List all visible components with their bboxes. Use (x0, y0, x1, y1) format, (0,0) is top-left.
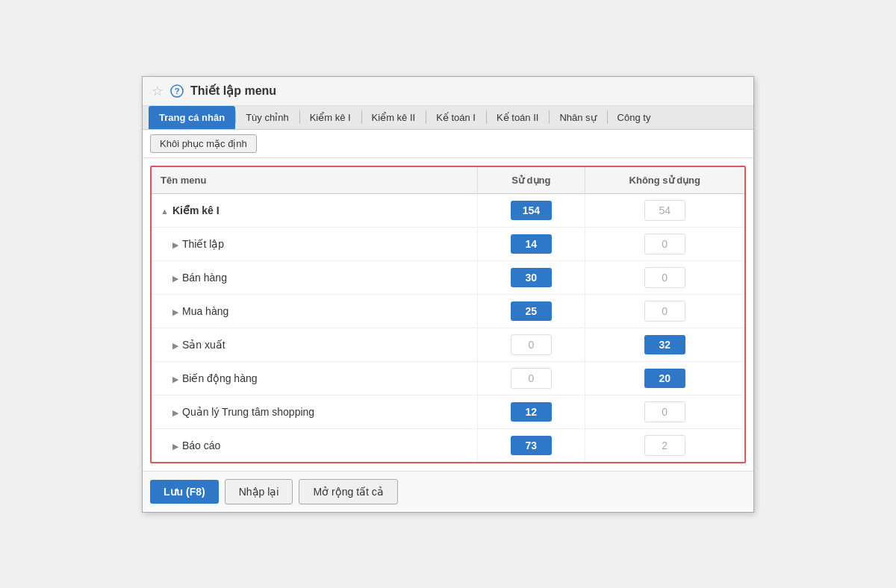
cell-nouse[interactable]: 32 (585, 328, 744, 361)
cell-use[interactable]: 0 (478, 328, 585, 361)
tabs-bar: Trang cá nhân Tùy chỉnh Kiểm kê I Kiểm k… (143, 106, 753, 130)
cell-use[interactable]: 14 (478, 227, 585, 260)
reset-button[interactable]: Nhập lại (225, 479, 293, 504)
col-nouse: Không sử dụng (585, 167, 744, 194)
table-row: ▶Quản lý Trung tâm shopping120 (152, 395, 744, 428)
table-row: ▶Biến động hàng020 (152, 361, 744, 395)
tab-kiem-ke-i[interactable]: Kiểm kê I (299, 106, 361, 129)
cell-nouse[interactable]: 54 (585, 193, 744, 227)
col-menu-name: Tên menu (152, 167, 478, 194)
cell-use[interactable]: 30 (478, 260, 585, 294)
table-body: ▲Kiểm kê I15454▶Thiết lập140▶Bán hàng300… (152, 193, 744, 462)
toolbar: Khôi phục mặc định (143, 130, 753, 158)
cell-name: ▲Kiểm kê I (152, 193, 478, 227)
cell-name: ▶Thiết lập (152, 227, 478, 260)
table-row: ▶Bán hàng300 (152, 260, 744, 294)
cell-use[interactable]: 73 (478, 428, 585, 462)
save-button[interactable]: Lưu (F8) (150, 480, 219, 504)
expand-row-icon[interactable]: ▶ (172, 341, 178, 351)
title-bar: ☆ ? Thiết lập menu (143, 77, 753, 106)
cell-nouse[interactable]: 0 (585, 260, 744, 294)
expand-row-icon[interactable]: ▶ (172, 442, 178, 451)
expand-row-icon[interactable]: ▶ (172, 274, 178, 284)
tab-trang-ca-nhan[interactable]: Trang cá nhân (149, 106, 235, 129)
cell-name: ▶Quản lý Trung tâm shopping (152, 395, 478, 428)
main-content: Tên menu Sử dụng Không sử dụng ▲Kiểm kê … (143, 166, 753, 463)
cell-name: ▶Biến động hàng (152, 361, 478, 395)
cell-name: ▶Báo cáo (152, 428, 478, 462)
col-use: Sử dụng (478, 167, 585, 194)
tab-kiem-ke-ii[interactable]: Kiểm kê II (361, 106, 426, 129)
cell-use[interactable]: 12 (478, 395, 585, 428)
table-header: Tên menu Sử dụng Không sử dụng (152, 167, 744, 194)
star-icon[interactable]: ☆ (152, 83, 164, 99)
cell-nouse[interactable]: 0 (585, 227, 744, 260)
cell-nouse[interactable]: 0 (585, 395, 744, 428)
tab-nhan-su[interactable]: Nhân sự (549, 106, 606, 129)
restore-default-button[interactable]: Khôi phục mặc định (150, 134, 257, 153)
expand-row-icon[interactable]: ▶ (172, 240, 178, 250)
tab-ke-toan-i[interactable]: Kế toán I (426, 106, 486, 129)
cell-use[interactable]: 154 (478, 193, 585, 227)
collapse-icon[interactable]: ▲ (161, 207, 169, 216)
expand-row-icon[interactable]: ▶ (172, 375, 178, 384)
help-icon[interactable]: ? (169, 84, 184, 98)
cell-name: ▶Mua hàng (152, 294, 478, 328)
expand-row-icon[interactable]: ▶ (172, 307, 178, 317)
footer-bar: Lưu (F8) Nhập lại Mở rộng tất cả (143, 471, 753, 512)
table-row: ▶Mua hàng250 (152, 294, 744, 328)
table-row: ▶Sản xuất032 (152, 328, 744, 361)
tab-ke-toan-ii[interactable]: Kế toán II (486, 106, 549, 129)
table-row: ▲Kiểm kê I15454 (152, 193, 744, 227)
cell-nouse[interactable]: 20 (585, 361, 744, 395)
main-window: ☆ ? Thiết lập menu Trang cá nhân Tùy chỉ… (142, 76, 754, 513)
table-wrapper: Tên menu Sử dụng Không sử dụng ▲Kiểm kê … (150, 166, 746, 463)
cell-use[interactable]: 25 (478, 294, 585, 328)
cell-name: ▶Bán hàng (152, 260, 478, 294)
cell-use[interactable]: 0 (478, 361, 585, 395)
window-title: Thiết lập menu (190, 84, 276, 98)
tab-cong-ty[interactable]: Công ty (607, 106, 662, 129)
menu-table: Tên menu Sử dụng Không sử dụng ▲Kiểm kê … (152, 167, 744, 462)
expand-all-button[interactable]: Mở rộng tất cả (299, 479, 397, 504)
svg-text:?: ? (175, 87, 180, 96)
tab-tuy-chinh[interactable]: Tùy chỉnh (235, 106, 299, 129)
cell-nouse[interactable]: 0 (585, 294, 744, 328)
cell-name: ▶Sản xuất (152, 328, 478, 361)
table-row: ▶Báo cáo732 (152, 428, 744, 462)
expand-row-icon[interactable]: ▶ (172, 408, 178, 418)
table-row: ▶Thiết lập140 (152, 227, 744, 260)
cell-nouse[interactable]: 2 (585, 428, 744, 462)
